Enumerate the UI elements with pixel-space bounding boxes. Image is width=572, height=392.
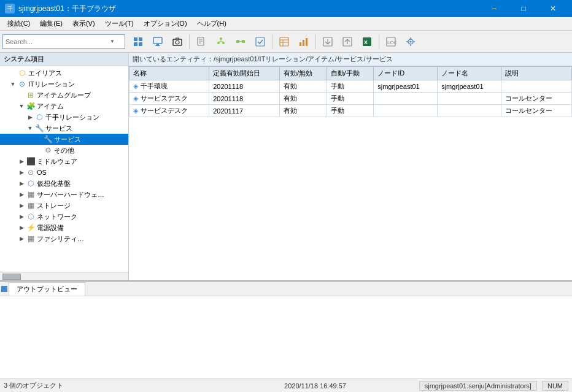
- cell-startdate: 20201118: [209, 80, 280, 93]
- tree-item-itrel[interactable]: ▶ ⬡ 千手リレーション: [0, 112, 128, 123]
- tree-item-it[interactable]: ▼ ⊙ ITリレーション: [0, 79, 128, 90]
- tree-item-service-parent[interactable]: ▼ 🔧 サービス: [0, 123, 128, 134]
- menu-connect[interactable]: 接続(C): [2, 18, 35, 29]
- cell-name: ◈サービスデスク: [129, 105, 209, 117]
- svg-rect-0: [134, 37, 137, 41]
- service-icon: 🔧: [43, 134, 53, 144]
- server-icon: ▦: [26, 190, 36, 199]
- svg-point-27: [410, 40, 412, 42]
- tb-sep3: [315, 34, 316, 49]
- menu-help[interactable]: ヘルプ(H): [192, 18, 231, 29]
- tree-item-storage[interactable]: ▶ ▦ ストレージ: [0, 200, 128, 211]
- table-row[interactable]: ◈サービスデスク 20201118 有効 手動 コールセンター: [129, 93, 572, 105]
- toolbar: ▼ X LOG: [0, 31, 572, 53]
- tb-import-icon[interactable]: [319, 33, 337, 51]
- col-name: 名称: [129, 67, 209, 80]
- right-panel: 開いているエンティティ：/sjmgrjpeast01/ITリレーション/アイテム…: [129, 53, 572, 280]
- tb-config-icon[interactable]: [401, 33, 420, 51]
- cell-startdate: 20201117: [209, 105, 280, 117]
- itemgroup-icon: ⊞: [26, 90, 36, 100]
- entity-table: 名称 定義有効開始日 有効/無効 自動/手動 ノードID ノード名 説明 ◈千手…: [129, 66, 572, 117]
- tree-item-itemgroup[interactable]: ⊞ アイテムグループ: [0, 90, 128, 101]
- svg-rect-1: [139, 37, 142, 41]
- tb-flow-icon[interactable]: [231, 33, 250, 51]
- item-icon: 🧩: [26, 101, 36, 111]
- tree-item-area[interactable]: ⬡ エイリアス: [0, 67, 128, 79]
- close-button[interactable]: ✕: [539, 0, 567, 17]
- facility-label: ファシリティ…: [37, 234, 84, 244]
- tb-chart-icon[interactable]: [295, 33, 313, 51]
- col-desc: 説明: [501, 67, 572, 80]
- tree-hscroll[interactable]: [0, 272, 128, 280]
- status-user: sjmgrjpeast01:senju[Administrators]: [419, 381, 537, 391]
- toggle-it[interactable]: ▼: [9, 81, 17, 87]
- cell-auto: 手動: [327, 80, 374, 93]
- tree-item-power[interactable]: ▶ ⚡ 電源設備: [0, 222, 128, 233]
- toggle-server[interactable]: ▶: [17, 191, 26, 198]
- toggle-itrel[interactable]: ▶: [26, 114, 34, 120]
- cell-enabled: 有効: [279, 105, 327, 117]
- virtual-icon: ⬡: [26, 179, 36, 188]
- toggle-service-parent[interactable]: ▼: [26, 125, 34, 131]
- app-icon: 千: [5, 4, 15, 13]
- svg-rect-14: [242, 40, 245, 43]
- bottom-panel: アウトプットビュー: [0, 280, 572, 379]
- tab-output-view[interactable]: アウトプットビュー: [9, 282, 85, 296]
- toggle-network[interactable]: ▶: [17, 213, 26, 220]
- data-table[interactable]: 名称 定義有効開始日 有効/無効 自動/手動 ノードID ノード名 説明 ◈千手…: [129, 66, 572, 280]
- tree-item-os[interactable]: ▶ ⊙ OS: [0, 167, 128, 178]
- menu-tools[interactable]: ツール(T): [100, 18, 139, 29]
- tree-item-server[interactable]: ▶ ▦ サーバーハードウェ…: [0, 189, 128, 200]
- tree-item-middleware[interactable]: ▶ ⬛ ミドルウェア: [0, 156, 128, 167]
- middleware-icon: ⬛: [26, 156, 36, 166]
- tree-item-service[interactable]: 🔧 サービス: [0, 134, 128, 145]
- tree-item-network[interactable]: ▶ ⬡ ネットワーク: [0, 211, 128, 222]
- tree-item-item[interactable]: ▼ 🧩 アイテム: [0, 101, 128, 112]
- svg-point-8: [176, 40, 179, 44]
- svg-rect-13: [236, 40, 239, 43]
- svg-text:X: X: [364, 39, 368, 45]
- tree-item-virtual[interactable]: ▶ ⬡ 仮想化基盤: [0, 178, 128, 189]
- svg-point-10: [220, 37, 222, 40]
- tb-monitor-icon[interactable]: [149, 33, 167, 51]
- toggle-storage[interactable]: ▶: [17, 202, 26, 209]
- search-box: ▼: [2, 34, 125, 49]
- search-dropdown-icon[interactable]: ▼: [110, 39, 115, 44]
- menu-options[interactable]: オプション(O): [139, 18, 192, 29]
- toggle-middleware[interactable]: ▶: [17, 158, 26, 164]
- hscroll-thumb[interactable]: [2, 274, 21, 280]
- search-input[interactable]: [6, 38, 110, 45]
- tb-tree-icon[interactable]: [212, 33, 230, 51]
- cell-enabled: 有効: [279, 80, 327, 93]
- menu-edit[interactable]: 編集(E): [35, 18, 68, 29]
- tb-export-icon[interactable]: [338, 33, 357, 51]
- tb-log-icon[interactable]: LOG: [382, 33, 400, 51]
- tb-camera-icon[interactable]: [168, 33, 187, 51]
- tree-item-facility[interactable]: ▶ ▦ ファシリティ…: [0, 233, 128, 244]
- table-row[interactable]: ◈サービスデスク 20201117 有効 手動 コールセンター: [129, 105, 572, 117]
- toggle-item[interactable]: ▼: [17, 103, 26, 109]
- menu-view[interactable]: 表示(V): [68, 18, 100, 29]
- tb-check-icon[interactable]: [251, 33, 269, 51]
- tb-sep1: [189, 34, 190, 49]
- tb-grid-icon[interactable]: [129, 33, 147, 51]
- maximize-button[interactable]: □: [509, 0, 538, 17]
- cell-nodename: sjmgrjpeast01: [438, 80, 501, 93]
- toggle-facility[interactable]: ▶: [17, 236, 26, 242]
- cell-auto: 手動: [327, 105, 374, 117]
- table-row[interactable]: ◈千手環境 20201118 有効 手動 sjmgrjpeast01 sjmgr…: [129, 80, 572, 93]
- toggle-os[interactable]: ▶: [17, 169, 26, 175]
- toggle-virtual[interactable]: ▶: [17, 180, 26, 186]
- network-label: ネットワーク: [37, 212, 77, 221]
- tb-table-icon[interactable]: [275, 33, 293, 51]
- toggle-power[interactable]: ▶: [17, 225, 26, 231]
- minimize-button[interactable]: –: [480, 0, 508, 17]
- status-object-count: 3 個のオブジェクト: [4, 381, 211, 390]
- storage-icon: ▦: [26, 201, 36, 210]
- tree-area[interactable]: ⬡ エイリアス ▼ ⊙ ITリレーション ⊞ アイテムグループ: [0, 66, 128, 272]
- server-label: サーバーハードウェ…: [37, 190, 104, 199]
- tb-excel-icon[interactable]: X: [358, 33, 376, 51]
- tb-doc-icon[interactable]: [192, 33, 211, 51]
- col-enabled: 有効/無効: [279, 67, 327, 80]
- tree-item-other[interactable]: ⚙ その他: [0, 145, 128, 156]
